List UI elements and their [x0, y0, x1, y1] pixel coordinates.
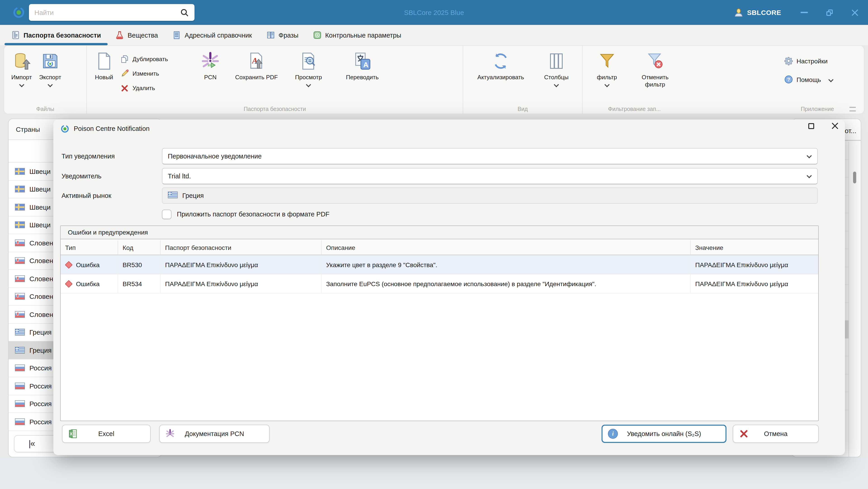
country-label: Россия [29, 364, 52, 372]
error-table-row[interactable]: ОшибкаBR534ΠΑΡΑΔΕΙΓΜΑ Επικίνδυνο μείγμαЗ… [61, 275, 818, 293]
dialog-title: Poison Centre Notification [74, 125, 150, 132]
ribbon-group-label: Паспорта безопасности [87, 106, 463, 112]
country-label: Словен [29, 311, 53, 318]
cancel-button[interactable]: Отмена [733, 425, 819, 443]
search-input[interactable] [29, 9, 180, 16]
notifier-combobox[interactable]: Trial ltd. [162, 168, 818, 184]
new-button[interactable]: Новый [91, 49, 117, 83]
refresh-icon [491, 51, 511, 71]
user-account[interactable]: SBLCORE [734, 7, 781, 18]
duplicate-icon [120, 55, 129, 63]
column-header[interactable]: Значение [691, 240, 818, 255]
column-header[interactable]: Паспорт безопасности [161, 240, 321, 255]
vertical-scrollbar-thumb[interactable] [853, 172, 856, 183]
tab-control-parameters[interactable]: Контрольные параметры [312, 25, 403, 45]
tab-phrases[interactable]: Фразы [265, 25, 300, 45]
ru-flag-icon [15, 382, 25, 390]
error-code-cell: BR530 [118, 255, 161, 274]
errors-table: Тип Код Паспорт безопасности Описание Зн… [61, 240, 818, 421]
filter-button[interactable]: фильтр [587, 49, 627, 88]
pcn-docs-icon [165, 429, 175, 439]
errors-table-header: Тип Код Паспорт безопасности Описание Зн… [61, 240, 818, 255]
pcn-button[interactable]: PCN [191, 49, 230, 83]
edit-button[interactable]: Изменить [119, 68, 189, 79]
error-type-cell: Ошибка [61, 275, 118, 293]
new-document-icon [94, 51, 114, 71]
combobox-value: Trial ltd. [168, 173, 191, 180]
tab-label: Адресный справочник [185, 31, 252, 39]
excel-icon: X [68, 429, 78, 439]
country-label: Словен [29, 257, 53, 265]
excel-button[interactable]: X Excel [62, 425, 151, 443]
column-header[interactable]: Тип [61, 240, 118, 255]
button-label: Excel [98, 430, 115, 437]
notify-online-button[interactable]: i Уведомить онлайн (S₂S) [601, 425, 726, 443]
delete-button[interactable]: Удалить [119, 83, 189, 93]
application-window: SBLCore 2025 Blue SBLCORE [0, 0, 868, 489]
user-name: SBLCORE [747, 9, 781, 16]
button-label: Актуализировать [477, 74, 524, 81]
dialog-maximize-button[interactable] [808, 123, 814, 129]
minimize-button[interactable] [798, 6, 811, 19]
poison-centre-notification-dialog: Poison Centre Notification Тип уведомлен… [53, 119, 845, 455]
refresh-button[interactable]: Актуализировать [468, 49, 534, 83]
main-tabbar: Паспорта безопасности Вещества Адресный … [0, 25, 868, 45]
close-button[interactable] [848, 6, 862, 19]
tab-safety-data-sheets[interactable]: Паспорта безопасности [10, 25, 102, 45]
help-icon: ? [784, 75, 793, 84]
columns-button[interactable]: Столбцы [535, 49, 577, 88]
search-icon[interactable] [180, 8, 189, 17]
duplicate-button[interactable]: Дублировать [119, 54, 189, 64]
preview-button[interactable]: Просмотр [283, 49, 334, 88]
sds-document-icon [11, 31, 20, 39]
ribbon-group-label: Файлы [4, 106, 86, 112]
info-icon: i [608, 429, 618, 439]
global-search [29, 4, 194, 21]
error-value-cell: ΠΑΡΑΔΕΙΓΜΑ Επικίνδυνο μείγμα [691, 255, 818, 274]
greece-flag-icon [168, 192, 178, 200]
dialog-close-icon[interactable] [831, 122, 839, 130]
svg-text:?: ? [787, 77, 790, 82]
user-avatar [734, 7, 743, 18]
checkbox-label: Приложить паспорт безопасности в формате… [177, 210, 330, 218]
country-label: Швеци [29, 203, 51, 211]
column-header[interactable]: Код [118, 240, 161, 255]
save-pdf-icon: A [247, 51, 267, 71]
cancel-filter-button[interactable]: Отменить фильтр [628, 49, 682, 90]
status-strip [0, 457, 868, 489]
tab-address-book[interactable]: Адресный справочник [171, 25, 253, 45]
attach-pdf-row: Приложить паспорт безопасности в формате… [162, 208, 330, 220]
translate-button[interactable]: A Переводить [336, 49, 389, 83]
field-row-active-market: Активный рынок Греция [62, 188, 818, 204]
help-button[interactable]: ? Помощь [782, 74, 835, 85]
button-label: Новый [95, 74, 113, 81]
error-description-cell: Заполните EuPCS (основное предполагаемое… [321, 275, 691, 293]
import-button[interactable]: Импорт [9, 49, 35, 88]
country-label: Греция [29, 328, 52, 336]
chevron-down-icon [829, 77, 834, 82]
chevron-down-icon [48, 82, 53, 87]
group-menu-icon[interactable] [849, 107, 856, 111]
tab-substances[interactable]: Вещества [114, 25, 159, 45]
column-header[interactable]: Описание [321, 240, 691, 255]
attach-pdf-checkbox[interactable] [162, 209, 172, 219]
country-label: Швеци [29, 185, 51, 193]
error-sds-cell: ΠΑΡΑΔΕΙΓΜΑ Επικίνδυνο μείγμα [161, 255, 321, 274]
save-pdf-button[interactable]: A Сохранить PDF [231, 49, 281, 83]
button-label: Столбцы [544, 74, 568, 81]
field-value: Греция [182, 192, 204, 199]
svg-text:A: A [252, 56, 257, 65]
notification-type-combobox[interactable]: Первоначальное уведомление [162, 148, 818, 164]
first-page-button[interactable]: |« [29, 439, 35, 449]
pcn-documentation-button[interactable]: Документация PCN [159, 425, 270, 443]
error-table-row[interactable]: ОшибкаBR530ΠΑΡΑΔΕΙΓΜΑ Επικίνδυνο μείγμαУ… [61, 255, 818, 275]
active-market-field[interactable]: Греция [162, 188, 818, 204]
error-type-cell: Ошибка [61, 255, 118, 274]
pcn-star-icon [200, 51, 220, 71]
export-button[interactable]: Экспорт [36, 49, 64, 88]
groupbox-title: Ошибки и предупреждения [66, 229, 150, 236]
gr-flag-icon [15, 347, 25, 354]
restore-button[interactable] [823, 6, 836, 19]
error-diamond-icon [65, 280, 72, 288]
settings-button[interactable]: Настройки [782, 56, 835, 66]
